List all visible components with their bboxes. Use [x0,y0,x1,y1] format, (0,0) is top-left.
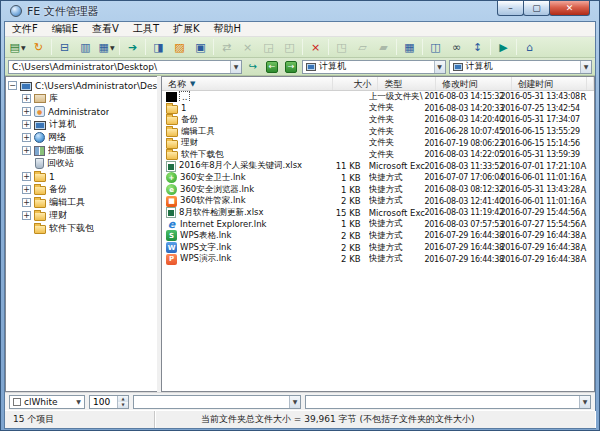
tree-item[interactable]: +网络 [6,131,157,144]
media-button[interactable]: ▶ [493,38,514,57]
collapse-icon[interactable]: − [8,81,17,90]
file-row[interactable]: 2016年8月个人采集关键词.xlsx11 KBMicrosoft Excel.… [162,161,594,173]
desktop-view-button[interactable]: ▣ [190,38,211,57]
expand-icon[interactable]: + [22,198,31,207]
spin-down-icon[interactable]: ▼ [118,402,128,408]
back-button[interactable]: ← [264,59,280,74]
file-row[interactable]: 软件下载包文件夹2016-08-03 14:22:052016-05-31 13… [162,149,594,161]
tree-item[interactable]: +库 [6,92,157,105]
titlebar[interactable]: FE 文件管理器 – ▢ ✕ [4,1,596,21]
spinner-buttons[interactable]: ▲ ▼ [117,396,128,408]
file-row[interactable]: 备份文件夹2016-08-03 14:20:402016-05-31 17:34… [162,114,594,126]
file-row[interactable]: 8月软件检测更新.xlsx15 KBMicrosoft Excel...2016… [162,207,594,219]
cut-button[interactable]: × [237,38,258,57]
expand-icon[interactable]: + [22,107,31,116]
column-header-attr[interactable]: 属性 [587,77,594,90]
file-row[interactable]: e360安全浏览器.lnk1 KB快捷方式2016-08-03 08:12:32… [162,184,594,196]
drives-button[interactable]: ◨ [148,38,169,57]
column-header-name[interactable]: 名称 ▼ [162,77,333,90]
file-type-cell: 文件夹 [369,114,425,126]
mask-combobox[interactable]: ▼ [305,395,591,409]
chevron-down-icon[interactable]: ▼ [579,396,590,408]
tree-item[interactable]: +编辑工具 [6,196,157,209]
expand-icon[interactable]: + [22,172,31,181]
menu-item-view[interactable]: 查看V [85,22,126,36]
close-button[interactable]: ✕ [549,1,590,16]
tree-item[interactable]: +理财 [6,209,157,222]
tree-item[interactable]: +计算机 [6,118,157,131]
menu-item-tools[interactable]: 工具T [126,22,166,36]
folder-tree-button[interactable]: ▤▼ [7,38,28,57]
folders-button[interactable]: ▨ [169,38,190,57]
forward-button[interactable]: → [283,59,299,74]
edit-button[interactable]: ▱ [352,38,373,57]
swap-panel-button[interactable]: ↕ [467,38,488,57]
expand-icon[interactable]: + [22,146,31,155]
duplicate-button[interactable]: ◳ [331,38,352,57]
columns-view-button[interactable]: ▦▼ [96,38,117,57]
column-header-modified[interactable]: 修改时间 [436,77,511,90]
expand-icon[interactable]: + [22,211,31,220]
file-row[interactable]: +360安全卫士.lnk1 KB快捷方式2016-07-07 17:06:042… [162,172,594,184]
file-row[interactable]: eInternet Explorer.lnk1 KB快捷方式2016-08-03… [162,219,594,231]
expand-icon[interactable]: + [22,185,31,194]
expand-icon[interactable]: + [22,94,31,103]
maximize-button[interactable]: ▢ [523,1,550,16]
chevron-down-icon[interactable]: ▼ [21,44,26,51]
file-row[interactable]: 1文件夹2016-08-03 14:20:332016-07-25 13:42:… [162,103,594,115]
paste-button[interactable]: ◰ [279,38,300,57]
delete-button-icon: × [311,41,320,54]
tree-item[interactable]: +1 [6,170,157,183]
tree-root[interactable]: −C:\Users\Administrator\Desktop [6,79,157,92]
minimize-button[interactable]: – [497,1,524,16]
color-combobox[interactable]: clWhite ▼ [9,395,85,409]
chevron-down-icon[interactable]: ▼ [580,61,591,73]
file-row[interactable]: ..上一级文件夹\2016-08-03 14:15:322016-05-31 1… [162,91,594,103]
delete-button[interactable]: × [305,38,326,57]
dual-panel-button[interactable]: ◫ [425,38,446,57]
tree-item[interactable]: 软件下载包 [6,222,157,235]
tree-item[interactable]: 回收站 [6,157,157,170]
chevron-down-icon[interactable]: ▼ [230,61,241,73]
go-to-path-button[interactable]: ↪ [245,59,261,74]
menu-item-extensions[interactable]: 扩展K [166,22,207,36]
wps-w-icon: W [166,242,177,253]
tree-item[interactable]: +控制面板 [6,144,157,157]
filter-combobox[interactable]: ▼ [133,395,301,409]
file-row[interactable]: PWPS演示.lnk2 KB快捷方式2016-07-29 16:44:38201… [162,253,594,265]
menu-item-help[interactable]: 帮助H [207,22,249,36]
properties-button[interactable]: ▰ [373,38,394,57]
split-panel-button[interactable]: ⊟ [54,38,75,57]
column-header-type[interactable]: 类型 [378,77,436,90]
file-row[interactable]: SWPS表格.lnk2 KB快捷方式2016-07-29 16:44:38201… [162,230,594,242]
search-button[interactable]: ∞ [446,38,467,57]
go-button[interactable]: ➔ [122,38,143,57]
tree-item[interactable]: +Administrator [6,105,157,118]
right-drive-combobox[interactable]: 计算机 ▼ [449,60,593,74]
file-row[interactable]: WWPS文字.lnk2 KB快捷方式2016-07-29 16:44:38201… [162,242,594,254]
move-button[interactable]: ⇄ [216,38,237,57]
file-row[interactable]: ■360软件管家.lnk2 KB快捷方式2016-08-03 12:41:402… [162,195,594,207]
path-combobox[interactable]: C:\Users\Administrator\Desktop\ ▼ [8,60,242,74]
remote-computer-button[interactable]: ⌂ [519,38,540,57]
copy-button[interactable]: ◲ [258,38,279,57]
menu-item-edit[interactable]: 编辑E [45,22,85,36]
left-drive-combobox[interactable]: 计算机 ▼ [302,60,446,74]
number-spinner[interactable]: 100 ▲ ▼ [89,395,129,409]
refresh-button[interactable]: ↻ [28,38,49,57]
file-row[interactable]: 编辑工具文件夹2016-06-28 10:07:452016-06-15 13:… [162,126,594,138]
menu-item-file[interactable]: 文件F [5,22,45,36]
column-header-created[interactable]: 创建时间 [512,77,587,90]
expand-icon[interactable]: + [22,120,31,129]
table-view-button[interactable]: ▦ [399,38,420,57]
tree-item[interactable]: +备份 [6,183,157,196]
details-view-button[interactable]: ▥ [75,38,96,57]
file-created-cell: 2016-05-31 17:34:07 [501,115,577,124]
column-header-size[interactable]: 大小 [333,77,379,90]
chevron-down-icon[interactable]: ▼ [289,396,300,408]
file-row[interactable]: 理财文件夹2016-07-19 08:06:232016-06-15 15:14… [162,137,594,149]
chevron-down-icon[interactable]: ▼ [110,44,115,51]
chevron-down-icon[interactable]: ▼ [434,61,445,73]
chevron-down-icon[interactable]: ▼ [73,396,84,408]
expand-icon[interactable]: + [22,133,31,142]
